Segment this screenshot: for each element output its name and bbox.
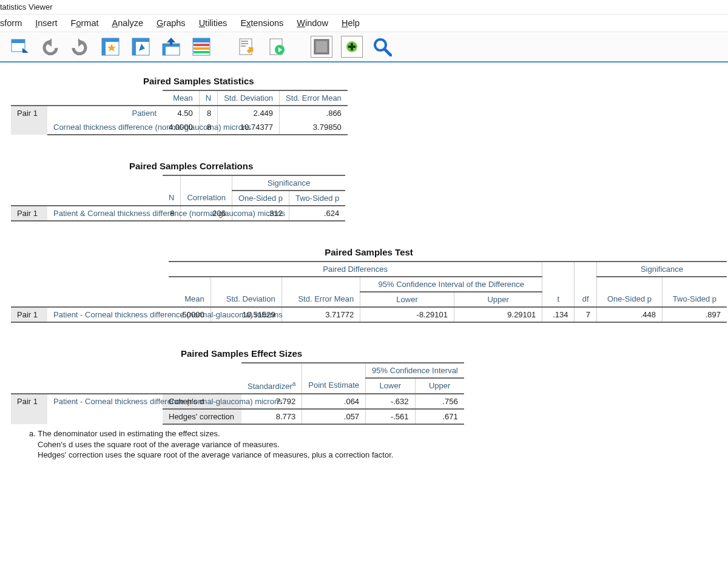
col-p2: Two-Sided p [662,292,727,307]
menu-window[interactable]: Window [297,18,328,28]
table-paired-test: Paired Differences Significance 95% Conf… [11,261,727,323]
col-sd: Std. Deviation [218,90,280,106]
pair-label: Pair 1 [11,206,47,221]
var-name: Patient & Corneal thickness difference (… [47,206,163,221]
col-mean: Mean [163,90,199,106]
col-p1: One-Sided p [232,191,289,206]
table-row: Pair 1 Patient 4.50 8 2.449 .866 [11,106,348,120]
effect-name: Hedges' correction [163,409,241,424]
svg-rect-15 [194,47,209,50]
variables-icon[interactable] [190,36,212,58]
col-sem: Std. Error Mean [280,90,348,106]
col-group-ci: 95% Confidence Interval [366,363,464,378]
svg-rect-14 [194,44,209,46]
toolbar [0,32,728,63]
var-name: Patient - Corneal thickness difference (… [47,394,163,424]
menu-extensions[interactable]: Extensions [240,18,283,28]
select-last-output-icon[interactable] [311,36,332,58]
col-sd: Std. Deviation [211,292,281,307]
var-name: Patient - Corneal thickness difference (… [47,307,169,322]
window-title: tatistics Viewer [0,2,52,12]
menu-analyze[interactable]: Analyze [112,18,143,28]
menu-bar: sform Insert Format Analyze Graphs Utili… [0,15,728,32]
col-n: N [199,90,217,106]
pair-label: Pair 1 [11,307,47,322]
menu-graphs[interactable]: Graphs [157,18,186,28]
open-data-icon[interactable] [8,36,30,58]
col-group-sig: Significance [232,175,345,191]
col-mean: Mean [169,292,211,307]
col-n: N [163,191,181,206]
svg-line-26 [385,49,391,55]
var-name: Corneal thickness difference (normal-gla… [47,120,163,135]
footnote: a. The denominator used in estimating th… [11,425,728,461]
export-icon[interactable] [235,36,257,58]
undo-icon[interactable] [39,36,61,58]
col-lower: Lower [366,378,415,394]
goto-case-icon[interactable] [130,36,152,58]
print-preview-icon[interactable] [266,36,288,58]
search-icon[interactable] [371,36,393,58]
svg-rect-4 [102,38,106,55]
table-row: Pair 1 Patient - Corneal thickness diffe… [11,307,727,322]
menu-help[interactable]: Help [342,18,360,28]
table-title-statistics: Paired Samples Statistics [11,67,728,90]
col-df: df [575,292,597,307]
col-group-ci: 95% Confidence Interval of the Differenc… [360,277,542,292]
svg-rect-10 [163,44,166,55]
goto-variable-icon[interactable] [160,36,182,58]
table-row: Pair 1 Patient & Corneal thickness diffe… [11,206,345,221]
col-upper: Upper [415,378,464,394]
svg-rect-21 [316,41,327,52]
table-paired-statistics: Mean N Std. Deviation Std. Error Mean Pa… [11,90,348,135]
table-title-effect-sizes: Paired Samples Effect Sizes [11,340,728,362]
col-group-paired-diff: Paired Differences [169,262,542,277]
table-paired-correlations: Significance N Correlation One-Sided p T… [11,175,345,221]
table-effect-sizes: 95% Confidence Interval Standardizera Po… [11,362,464,425]
col-p1: One-Sided p [597,292,662,307]
col-corr: Correlation [181,191,232,206]
svg-rect-1 [12,39,25,43]
col-t: t [542,292,575,307]
menu-format[interactable]: Format [71,18,99,28]
menu-utilities[interactable]: Utilities [199,18,228,28]
svg-rect-7 [132,38,136,55]
table-row: Corneal thickness difference (normal-gla… [11,120,348,135]
redo-icon[interactable] [69,36,91,58]
menu-transform[interactable]: sform [0,18,22,28]
pair-label: Pair 1 [11,106,47,135]
output-viewer: Paired Samples Statistics Mean N Std. De… [0,63,728,479]
svg-rect-16 [194,51,209,53]
designate-window-icon[interactable] [341,36,363,58]
col-point-estimate: Point Estimate [302,378,366,394]
svg-rect-11 [170,41,172,45]
table-row: Pair 1 Patient - Corneal thickness diffe… [11,394,464,409]
pair-label: Pair 1 [11,394,47,424]
col-lower: Lower [360,292,454,307]
col-p2: Two-Sided p [289,191,345,206]
window-title-bar: tatistics Viewer [0,0,728,15]
svg-rect-24 [348,46,356,48]
table-title-correlations: Paired Samples Correlations [11,152,728,175]
table-title-test: Paired Samples Test [11,238,727,261]
favorites-icon[interactable] [99,36,121,58]
col-standardizer: Standardizera [241,378,302,394]
var-name: Patient [47,106,163,120]
col-upper: Upper [454,292,542,307]
col-group-sig: Significance [597,262,727,277]
col-sem: Std. Error Mean [281,292,360,307]
svg-rect-13 [193,38,210,42]
menu-insert[interactable]: Insert [35,18,57,28]
